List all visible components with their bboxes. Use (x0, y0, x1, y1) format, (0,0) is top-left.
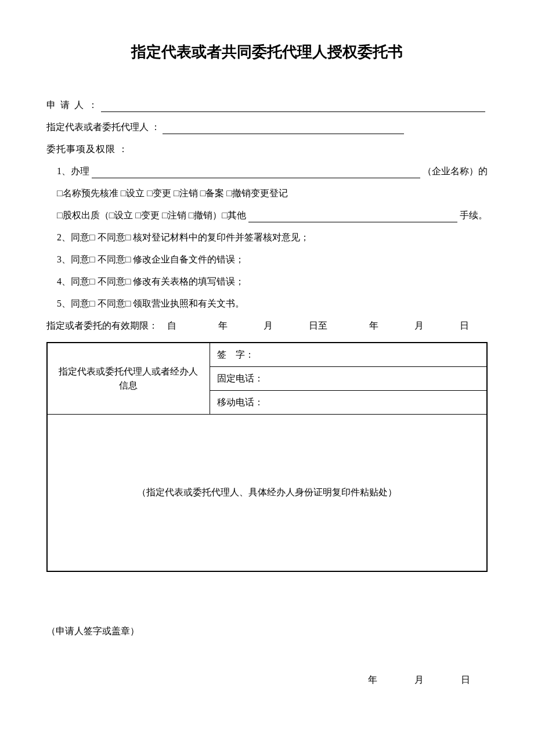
mobile-cell[interactable]: 移动电话： (210, 391, 487, 415)
item3-text: 3、同意□ 不同意□ 修改企业自备文件的错误； (57, 253, 244, 267)
item1-prefix: 1、办理 (57, 164, 89, 178)
signature-note: （申请人签字或盖章） (46, 624, 488, 638)
item1-equity-suffix: 手续。 (460, 208, 488, 222)
item1-options[interactable]: □名称预先核准 □设立 □变更 □注销 □备案 □撤销变更登记 (57, 186, 288, 200)
item1-row: 1、办理 （企业名称）的 (46, 164, 488, 178)
year1: 年 (218, 319, 228, 333)
footer-month: 月 (414, 675, 424, 685)
item4-row[interactable]: 4、同意□ 不同意□ 修改有关表格的填写错误； (46, 275, 488, 289)
applicant-input-line[interactable] (101, 100, 485, 112)
validity-label: 指定或者委托的有效期限： (46, 319, 158, 333)
item1-options-row: □名称预先核准 □设立 □变更 □注销 □备案 □撤销变更登记 (46, 186, 488, 200)
applicant-label: 申 请 人 ： (46, 98, 99, 112)
item5-text: 5、同意□ 不同意□ 领取营业执照和有关文书。 (57, 297, 244, 311)
agent-input-line[interactable] (163, 123, 404, 134)
validity-row: 指定或者委托的有效期限： 自 年 月 日至 年 月 日 (46, 319, 488, 333)
month2: 月 (414, 319, 424, 333)
info-header-cell: 指定代表或委托代理人或者经办人信息 (47, 343, 210, 415)
item1-suffix: （企业名称）的 (423, 164, 488, 178)
agent-label: 指定代表或者委托代理人 ： (46, 120, 160, 134)
phone-label: 固定电话： (217, 373, 264, 383)
day-to: 日至 (309, 319, 327, 333)
item5-row[interactable]: 5、同意□ 不同意□ 领取营业执照和有关文书。 (46, 297, 488, 311)
item1-equity-prefix[interactable]: □股权出质（□设立 □变更 □注销 □撤销）□其他 (57, 208, 246, 222)
paste-note: （指定代表或委托代理人、具体经办人身份证明复印件粘贴处） (137, 487, 397, 497)
month1: 月 (264, 319, 273, 333)
year2: 年 (369, 319, 378, 333)
item2-row[interactable]: 2、同意□ 不同意□ 核对登记材料中的复印件并签署核对意见； (46, 231, 488, 244)
document-title: 指定代表或者共同委托代理人授权委托书 (46, 41, 488, 63)
item1-equity-row: □股权出质（□设立 □变更 □注销 □撤销）□其他 手续。 (46, 208, 488, 222)
item2-text: 2、同意□ 不同意□ 核对登记材料中的复印件并签署核对意见； (57, 231, 309, 244)
footer-year: 年 (368, 675, 377, 685)
company-name-line[interactable] (92, 167, 420, 178)
item4-text: 4、同意□ 不同意□ 修改有关表格的填写错误； (57, 275, 244, 289)
date-footer: 年 月 日 (46, 673, 488, 687)
sign-label: 签 字： (217, 350, 254, 359)
applicant-row: 申 请 人 ： (46, 98, 488, 112)
agent-row: 指定代表或者委托代理人 ： (46, 120, 488, 134)
info-table: 指定代表或委托代理人或者经办人信息 签 字： 固定电话： 移动电话： （指定代表… (46, 342, 488, 572)
matters-label: 委托事项及权限 ： (46, 142, 488, 156)
footer-day: 日 (461, 675, 470, 685)
day2: 日 (460, 319, 469, 333)
sign-cell[interactable]: 签 字： (210, 343, 487, 367)
mobile-label: 移动电话： (217, 397, 264, 407)
other-procedure-line[interactable] (248, 211, 457, 222)
id-paste-area[interactable]: （指定代表或委托代理人、具体经办人身份证明复印件粘贴处） (47, 415, 487, 571)
phone-cell[interactable]: 固定电话： (210, 367, 487, 391)
item3-row[interactable]: 3、同意□ 不同意□ 修改企业自备文件的错误； (46, 253, 488, 267)
from-label: 自 (167, 319, 176, 333)
